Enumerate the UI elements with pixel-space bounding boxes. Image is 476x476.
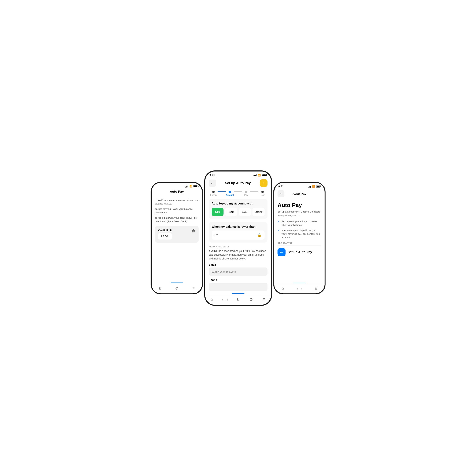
nav-item-menu-center[interactable]: ≡ bbox=[258, 297, 271, 302]
step-dot-energy bbox=[212, 191, 215, 193]
help-icon: ⊙ bbox=[175, 286, 178, 290]
credit-value: £2.00 bbox=[158, 233, 172, 239]
time-right: 9:41 bbox=[278, 185, 284, 188]
right-content: Auto Pay Set up automatic PAYG top-u... … bbox=[274, 199, 324, 283]
trash-icon[interactable]: 🗑 bbox=[192, 229, 195, 233]
status-bar-center: 9:41 📶 bbox=[205, 171, 271, 178]
main-content-center: Auto top-up my account with: £10 £20 £30… bbox=[205, 196, 271, 293]
nav-item-help-left[interactable]: ⊙ bbox=[168, 286, 185, 290]
menu-icon: ≡ bbox=[192, 286, 195, 290]
infinity-icon: ∞ bbox=[277, 248, 286, 256]
step-dot-pay bbox=[245, 191, 247, 193]
email-label: Email bbox=[209, 263, 268, 266]
stepper: Energy Amount Pay Done bbox=[205, 189, 271, 196]
battery-icon bbox=[193, 185, 198, 187]
left-phone: 📶 Auto Pay c PAYG top-ups so you never w… bbox=[151, 182, 203, 294]
step-done: Done bbox=[258, 191, 267, 196]
pay-icon: £ bbox=[159, 286, 161, 290]
divider bbox=[277, 245, 321, 246]
right-phone: 9:41 📶 ← Au bbox=[273, 182, 325, 294]
receipt-label: NEED A RECEIPT? bbox=[209, 245, 268, 248]
step-amount: Amount bbox=[226, 191, 234, 196]
bottom-nav-left: £ ⊙ ≡ bbox=[152, 284, 202, 293]
left-desc3: op-up is paid with your bank ll never go… bbox=[155, 216, 199, 223]
amount-options: £10 £20 £30 Other bbox=[212, 208, 265, 216]
right-check-1: ✓ Set repeat top-ups for yo... meter whe… bbox=[277, 220, 321, 227]
nav-item-pay-right[interactable]: £ bbox=[308, 286, 324, 290]
nav-item-home-right[interactable]: ⌂ bbox=[274, 286, 291, 290]
step-pay: Pay bbox=[242, 191, 250, 196]
right-page-title: Auto Pay bbox=[277, 202, 321, 208]
nav-item-pay-left[interactable]: £ bbox=[152, 286, 168, 290]
amount-btn-20[interactable]: £20 bbox=[225, 208, 237, 216]
phone-input[interactable] bbox=[209, 283, 268, 291]
lock-icon: 🔒 bbox=[257, 233, 262, 237]
right-desc: Set up automatic PAYG top-u... forget to… bbox=[277, 210, 321, 217]
amount-card-title: Auto top-up my account with: bbox=[212, 202, 265, 205]
step-label-done: Done bbox=[260, 194, 265, 196]
pay-icon-right: £ bbox=[315, 286, 317, 290]
center-phone: 9:41 📶 ← Se bbox=[204, 170, 272, 306]
home-icon-right: ⌂ bbox=[281, 286, 284, 290]
back-arrow-center: ← bbox=[211, 181, 214, 185]
step-line-3 bbox=[250, 191, 258, 192]
bottom-indicator-right bbox=[293, 283, 305, 283]
setup-autopay-button[interactable]: ∞ Set up Auto Pay bbox=[277, 248, 321, 256]
step-label-energy: Energy bbox=[210, 194, 217, 196]
infinity-symbol: ∞ bbox=[280, 250, 283, 254]
time-center: 9:41 bbox=[210, 174, 215, 177]
phone-label: Phone bbox=[209, 278, 268, 281]
balance-title: When my balance is lower than: bbox=[212, 225, 265, 228]
step-line-2 bbox=[234, 191, 242, 192]
signal-icon-center bbox=[253, 174, 256, 176]
right-nav-title: Auto Pay bbox=[284, 192, 314, 195]
nav-item-menu-left[interactable]: ≡ bbox=[185, 286, 202, 290]
nav-item-pay-center[interactable]: £ bbox=[232, 297, 245, 302]
graph-icon-center: ⬦—⬦ bbox=[222, 298, 228, 301]
nav-item-help-center[interactable]: ⊙ bbox=[245, 297, 258, 302]
email-input[interactable] bbox=[209, 268, 268, 276]
bottom-nav-right: ⌂ ⬦—⬦ £ bbox=[274, 284, 324, 293]
balance-card: When my balance is lower than: £2 🔒 bbox=[209, 222, 268, 242]
nav-header-center: ← Set up Auto Pay ⚡ bbox=[205, 178, 271, 189]
wifi-icon-right: 📶 bbox=[312, 185, 315, 187]
bottom-indicator-left bbox=[171, 282, 183, 283]
amount-btn-30[interactable]: £30 bbox=[239, 208, 251, 216]
step-label-pay: Pay bbox=[244, 194, 248, 196]
pay-icon-center: £ bbox=[237, 297, 239, 302]
right-check-2: ✓ Your auto top-up is paid card, so you'… bbox=[277, 228, 321, 239]
lightning-icon: ⚡ bbox=[261, 181, 266, 186]
left-desc1: c PAYG top-ups so you never when your ba… bbox=[155, 198, 199, 205]
checkmark-1: ✓ bbox=[277, 220, 280, 227]
step-dot-done bbox=[261, 191, 264, 193]
step-line-1 bbox=[218, 191, 226, 192]
center-nav-title: Set up Auto Pay bbox=[216, 181, 260, 185]
step-energy: Energy bbox=[210, 191, 218, 196]
bottom-indicator-center bbox=[232, 293, 244, 294]
check-text-2: Your auto top-up is paid card, so you'll… bbox=[281, 228, 321, 239]
balance-value: £2 bbox=[215, 233, 218, 237]
amount-btn-10[interactable]: £10 bbox=[212, 208, 224, 216]
left-desc2: op-ups for your PAYG your balance reache… bbox=[155, 207, 199, 214]
signal-icon-right bbox=[308, 185, 311, 187]
status-bar-right: 9:41 📶 bbox=[274, 183, 324, 189]
battery-icon-center bbox=[262, 174, 267, 176]
back-arrow-right: ← bbox=[279, 192, 283, 195]
lightning-button[interactable]: ⚡ bbox=[260, 179, 268, 187]
receipt-section: NEED A RECEIPT? If you'd like a receipt … bbox=[209, 245, 268, 293]
get-started-label: GET STARTED bbox=[277, 242, 321, 244]
check-text-1: Set repeat top-ups for yo... meter when … bbox=[281, 220, 321, 227]
nav-item-home-center[interactable]: ⌂ bbox=[205, 297, 219, 302]
balance-input-row: £2 🔒 bbox=[212, 231, 265, 239]
amount-btn-other[interactable]: Other bbox=[253, 208, 265, 216]
help-icon-center: ⊙ bbox=[250, 297, 253, 302]
signal-icon bbox=[185, 185, 188, 187]
menu-icon-center: ≡ bbox=[263, 297, 265, 302]
nav-item-graph-right[interactable]: ⬦—⬦ bbox=[291, 287, 308, 290]
wifi-icon-center: 📶 bbox=[258, 174, 261, 177]
back-button-center[interactable]: ← bbox=[209, 180, 216, 187]
nav-item-graph-center[interactable]: ⬦—⬦ bbox=[219, 298, 232, 301]
amount-card: Auto top-up my account with: £10 £20 £30… bbox=[209, 199, 268, 219]
status-bar-left: 📶 bbox=[152, 183, 202, 188]
back-button-right[interactable]: ← bbox=[277, 190, 284, 197]
